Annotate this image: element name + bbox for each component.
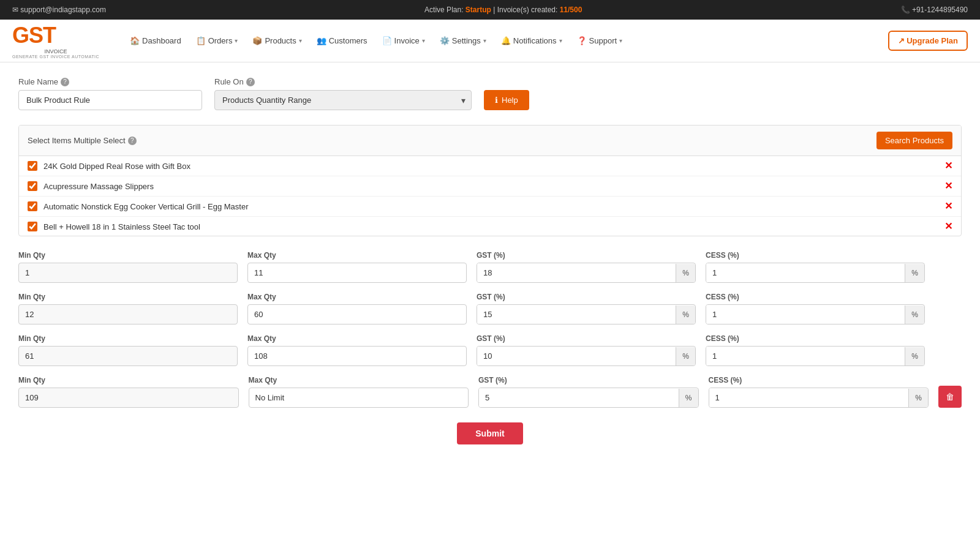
nav-dashboard[interactable]: 🏠 Dashboard bbox=[124, 31, 187, 50]
cess-pct-btn-0[interactable]: % bbox=[905, 264, 924, 282]
gst-label-2: GST (%) bbox=[477, 334, 696, 343]
cess-input-3[interactable] bbox=[709, 388, 909, 407]
items-header: Select Items Multiple Select ? Search Pr… bbox=[19, 126, 961, 156]
max-qty-input-3[interactable] bbox=[249, 388, 469, 408]
item-remove-2[interactable]: ✕ bbox=[944, 201, 952, 211]
list-item: Bell + Howell 18 in 1 Stainless Steel Ta… bbox=[19, 217, 961, 236]
rule-name-group: Rule Name ? bbox=[18, 77, 202, 110]
gst-group-0: GST (%) % bbox=[477, 251, 696, 283]
cess-pct-btn-3[interactable]: % bbox=[908, 389, 928, 407]
gst-pct-btn-3[interactable]: % bbox=[679, 389, 698, 407]
gst-pct-btn-0[interactable]: % bbox=[676, 264, 695, 282]
max-qty-group-3: Max Qty bbox=[249, 376, 469, 408]
delete-row-button-3[interactable]: 🗑 bbox=[938, 386, 962, 408]
item-checkbox-2[interactable] bbox=[28, 201, 37, 211]
min-qty-group-0: Min Qty bbox=[18, 251, 238, 283]
cess-group-3: CESS (%) % bbox=[709, 376, 929, 408]
max-qty-input-1[interactable] bbox=[247, 304, 467, 324]
item-checkbox-0[interactable] bbox=[28, 161, 37, 171]
min-qty-input-0[interactable] bbox=[18, 263, 238, 283]
nav-notifications[interactable]: 🔔 Notifications ▾ bbox=[495, 31, 568, 50]
rule-name-input[interactable] bbox=[18, 90, 202, 110]
cess-group-2: CESS (%) % bbox=[706, 334, 925, 366]
gst-input-wrap-3: % bbox=[478, 388, 699, 408]
gst-input-1[interactable] bbox=[477, 305, 676, 324]
rule-name-label: Rule Name ? bbox=[18, 77, 202, 86]
support-chevron: ▾ bbox=[619, 37, 622, 44]
nav-settings[interactable]: ⚙️ Settings ▾ bbox=[434, 31, 492, 50]
item-remove-1[interactable]: ✕ bbox=[944, 181, 952, 191]
max-qty-group-1: Max Qty bbox=[247, 293, 467, 324]
nav-customers[interactable]: 👥 Customers bbox=[311, 31, 374, 50]
upgrade-plan-button[interactable]: ↗ Upgrade Plan bbox=[888, 31, 968, 51]
item-checkbox-3[interactable] bbox=[28, 222, 37, 231]
qty-row: Min Qty Max Qty GST (%) % CESS (%) % bbox=[18, 334, 962, 366]
cess-input-wrap-0: % bbox=[706, 263, 925, 283]
cess-input-2[interactable] bbox=[706, 347, 905, 365]
nav-customers-label: Customers bbox=[329, 36, 368, 45]
list-item: Acupressure Massage Slippers ✕ bbox=[19, 176, 961, 197]
cess-pct-btn-1[interactable]: % bbox=[905, 305, 924, 324]
min-qty-input-2[interactable] bbox=[18, 346, 238, 366]
cess-label-2: CESS (%) bbox=[706, 334, 925, 343]
select-items-help-icon[interactable]: ? bbox=[128, 137, 137, 145]
settings-icon: ⚙️ bbox=[440, 36, 450, 45]
orders-icon: 📋 bbox=[196, 36, 206, 45]
nav-products-label: Products bbox=[265, 36, 296, 45]
gst-input-2[interactable] bbox=[477, 347, 676, 365]
cess-input-1[interactable] bbox=[706, 305, 905, 324]
main-content: Rule Name ? Rule On ? Products Quantity … bbox=[0, 62, 980, 551]
rule-on-help-icon[interactable]: ? bbox=[246, 78, 255, 86]
min-qty-input-1[interactable] bbox=[18, 304, 238, 324]
gst-input-wrap-1: % bbox=[477, 304, 696, 324]
logo-gst-text: GST bbox=[12, 23, 56, 48]
dashboard-icon: 🏠 bbox=[130, 36, 140, 45]
search-products-button[interactable]: Search Products bbox=[876, 132, 952, 149]
max-qty-group-2: Max Qty bbox=[247, 334, 467, 366]
items-list: 24K Gold Dipped Real Rose with Gift Box … bbox=[19, 156, 961, 236]
max-qty-input-2[interactable] bbox=[247, 346, 467, 366]
gst-pct-btn-1[interactable]: % bbox=[676, 305, 695, 324]
cess-label-3: CESS (%) bbox=[709, 376, 929, 384]
max-qty-label-3: Max Qty bbox=[249, 376, 469, 384]
rule-on-select-wrapper: Products Quantity Range bbox=[214, 90, 472, 110]
nav-orders[interactable]: 📋 Orders ▾ bbox=[190, 31, 244, 50]
min-qty-group-1: Min Qty bbox=[18, 293, 238, 324]
settings-chevron: ▾ bbox=[483, 37, 486, 44]
rule-name-help-icon[interactable]: ? bbox=[61, 78, 69, 86]
submit-button[interactable]: Submit bbox=[457, 422, 522, 444]
products-chevron: ▾ bbox=[299, 37, 302, 44]
nav-invoice[interactable]: 📄 Invoice ▾ bbox=[376, 31, 431, 50]
customers-icon: 👥 bbox=[317, 36, 326, 45]
min-qty-group-3: Min Qty bbox=[18, 376, 239, 408]
max-qty-input-0[interactable] bbox=[247, 263, 467, 283]
cess-pct-btn-2[interactable]: % bbox=[905, 347, 924, 365]
main-nav: 🏠 Dashboard 📋 Orders ▾ 📦 Products ▾ 👥 Cu… bbox=[124, 31, 888, 50]
item-checkbox-1[interactable] bbox=[28, 181, 37, 191]
cess-input-0[interactable] bbox=[706, 263, 905, 282]
max-qty-label-1: Max Qty bbox=[247, 293, 467, 301]
min-qty-group-2: Min Qty bbox=[18, 334, 238, 366]
gst-input-wrap-0: % bbox=[477, 263, 696, 283]
item-remove-3[interactable]: ✕ bbox=[944, 222, 952, 231]
help-circle-icon: ℹ bbox=[495, 96, 498, 105]
invoice-chevron: ▾ bbox=[422, 37, 425, 44]
nav-products[interactable]: 📦 Products ▾ bbox=[246, 31, 307, 50]
gst-input-3[interactable] bbox=[479, 388, 679, 407]
rule-on-select[interactable]: Products Quantity Range bbox=[214, 90, 472, 110]
help-button[interactable]: ℹ Help bbox=[484, 90, 529, 110]
min-qty-input-3[interactable] bbox=[18, 388, 239, 408]
gst-input-0[interactable] bbox=[477, 263, 676, 282]
gst-group-1: GST (%) % bbox=[477, 293, 696, 324]
submit-row: Submit bbox=[18, 422, 962, 444]
nav-support[interactable]: ❓ Support ▾ bbox=[571, 31, 629, 50]
support-icon: ❓ bbox=[577, 36, 587, 45]
notifications-icon: 🔔 bbox=[501, 36, 511, 45]
item-remove-0[interactable]: ✕ bbox=[944, 161, 952, 171]
rule-on-group: Rule On ? Products Quantity Range bbox=[214, 77, 472, 110]
topbar-email: ✉ support@indiagstapp.com bbox=[12, 6, 106, 14]
gst-pct-btn-2[interactable]: % bbox=[676, 347, 695, 365]
min-qty-label-3: Min Qty bbox=[18, 376, 239, 384]
min-qty-label-0: Min Qty bbox=[18, 251, 238, 260]
topbar-phone: 📞 +91-1244895490 bbox=[901, 6, 968, 14]
